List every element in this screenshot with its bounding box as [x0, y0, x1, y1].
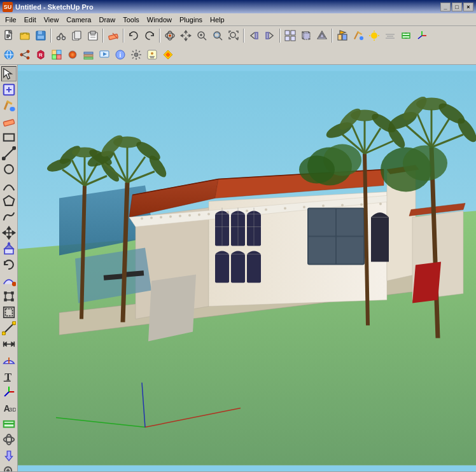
viewport[interactable]: [18, 65, 476, 471]
tool-move[interactable]: [1, 225, 17, 240]
toolbar-scenes[interactable]: [97, 47, 112, 62]
svg-rect-81: [52, 55, 57, 59]
tool-offset[interactable]: [1, 305, 17, 320]
toolbar-components-panel[interactable]: [49, 47, 64, 62]
svg-rect-40: [285, 36, 290, 41]
tool-text[interactable]: T: [1, 368, 17, 384]
tool-paint[interactable]: [1, 98, 17, 113]
menu-edit[interactable]: Edit: [20, 15, 40, 25]
tool-dimension[interactable]: [1, 337, 17, 352]
toolbar-next-view[interactable]: [262, 28, 277, 43]
toolbar-save[interactable]: [33, 28, 48, 43]
menu-view[interactable]: View: [40, 15, 63, 25]
svg-point-91: [134, 53, 138, 57]
menu-help[interactable]: Help: [206, 15, 228, 25]
toolbar-zoom-extents[interactable]: [226, 28, 241, 43]
svg-rect-13: [74, 31, 81, 39]
tool-tape[interactable]: [1, 321, 17, 336]
svg-text:3D: 3D: [9, 406, 16, 413]
menu-bar: File Edit View Camera Draw Tools Window …: [0, 13, 476, 26]
toolbar-shadows[interactable]: [367, 28, 382, 43]
svg-rect-187: [337, 209, 363, 236]
svg-point-201: [265, 209, 267, 211]
toolbar-parallel[interactable]: [298, 28, 314, 43]
tool-line[interactable]: [1, 146, 17, 161]
toolbar-materials[interactable]: [65, 47, 80, 62]
toolbar-open[interactable]: [17, 28, 32, 43]
toolbar-pan[interactable]: [178, 28, 193, 43]
svg-rect-121: [4, 292, 6, 294]
tool-follow-me[interactable]: [1, 273, 17, 288]
toolbar-ruby[interactable]: R: [33, 47, 48, 62]
menu-draw[interactable]: Draw: [95, 15, 119, 25]
svg-rect-186: [309, 209, 335, 236]
toolbar-dynamic[interactable]: [160, 47, 176, 62]
toolbar-info[interactable]: i: [113, 47, 128, 62]
toolbar-new[interactable]: [1, 28, 17, 43]
menu-camera[interactable]: Camera: [62, 15, 95, 25]
menu-file[interactable]: File: [1, 15, 20, 25]
toolbar-perspective[interactable]: [314, 28, 330, 43]
toolbar-copy[interactable]: [69, 28, 85, 43]
toolbar-share[interactable]: [17, 47, 32, 62]
menu-window[interactable]: Window: [143, 15, 176, 25]
toolbar-redo[interactable]: [142, 28, 157, 43]
svg-rect-82: [57, 55, 61, 59]
toolbar-zoom[interactable]: [194, 28, 209, 43]
svg-point-22: [169, 34, 171, 37]
toolbar-paste[interactable]: [85, 28, 101, 43]
tool-protractor[interactable]: [1, 352, 17, 368]
svg-rect-189: [337, 237, 363, 264]
svg-rect-123: [4, 299, 6, 301]
svg-rect-95: [150, 57, 154, 59]
toolbar-layers[interactable]: [81, 47, 96, 62]
minimize-button[interactable]: _: [440, 3, 451, 11]
svg-line-127: [3, 323, 14, 334]
tool-circle[interactable]: [1, 162, 17, 177]
tool-3dtext[interactable]: A 3D: [1, 400, 17, 415]
tool-pan-left[interactable]: [1, 448, 17, 463]
tool-select[interactable]: [1, 66, 17, 81]
toolbar-section-cut[interactable]: [398, 28, 414, 43]
svg-point-200: [246, 210, 248, 212]
toolbar-erase[interactable]: [106, 28, 121, 43]
tool-arc[interactable]: [1, 177, 17, 193]
toolbar-geo[interactable]: [1, 47, 17, 62]
tool-rectangle[interactable]: [1, 130, 17, 145]
toolbar-fog[interactable]: [382, 28, 398, 43]
toolbar-paint[interactable]: [351, 28, 366, 43]
svg-rect-80: [57, 50, 61, 55]
tool-push-pull[interactable]: [1, 241, 17, 256]
maximize-button[interactable]: □: [452, 3, 462, 11]
tool-eraser[interactable]: [1, 114, 17, 129]
tool-polygon[interactable]: [1, 193, 17, 209]
tool-section-plane[interactable]: [1, 416, 17, 431]
toolbar-cut[interactable]: [53, 28, 69, 43]
toolbar-axes[interactable]: [414, 28, 430, 43]
tool-rotate[interactable]: [1, 257, 17, 272]
svg-rect-188: [309, 237, 335, 264]
toolbar-instructor[interactable]: [144, 47, 160, 62]
toolbar-prev-view[interactable]: [246, 28, 262, 43]
close-button[interactable]: ×: [463, 3, 473, 11]
toolbar-zoom-window[interactable]: [210, 28, 225, 43]
menu-tools[interactable]: Tools: [119, 15, 143, 25]
toolbar-standard-views[interactable]: [283, 28, 298, 43]
menu-plugins[interactable]: Plugins: [176, 15, 206, 25]
toolbar-orbit[interactable]: [162, 28, 178, 43]
svg-marker-118: [7, 242, 11, 244]
toolbar-undo[interactable]: [126, 28, 141, 43]
svg-marker-24: [185, 39, 187, 41]
svg-text:R: R: [39, 52, 43, 58]
tool-orbit-left[interactable]: [1, 432, 17, 447]
toolbar-components[interactable]: [335, 28, 350, 43]
tool-freehand[interactable]: [1, 209, 17, 225]
svg-point-195: [179, 215, 181, 218]
svg-point-202: [284, 207, 286, 210]
tool-make-component[interactable]: [1, 82, 17, 97]
tool-axes-tool[interactable]: [1, 384, 17, 399]
tool-zoom-left[interactable]: [1, 464, 17, 471]
tool-scale[interactable]: [1, 289, 17, 304]
svg-rect-126: [5, 309, 12, 316]
toolbar-prefs[interactable]: [129, 47, 144, 62]
